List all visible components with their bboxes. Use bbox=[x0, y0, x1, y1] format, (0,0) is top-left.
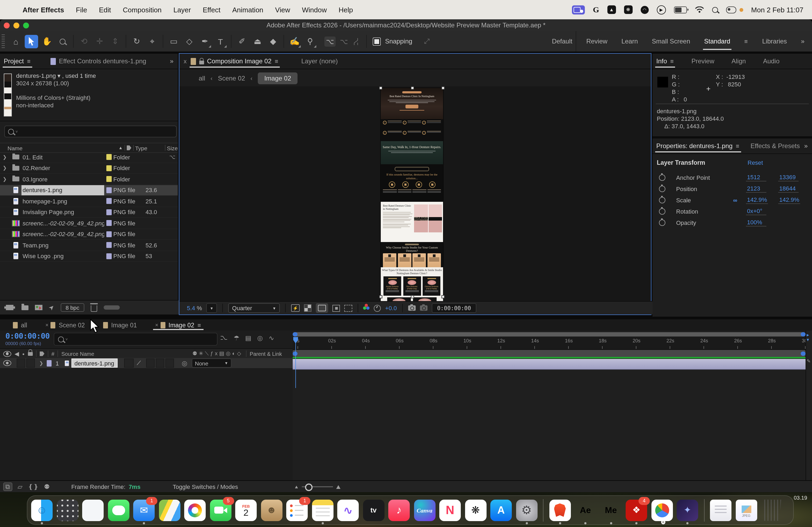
menu-edit[interactable]: Edit bbox=[99, 6, 111, 14]
transparency-grid-icon[interactable] bbox=[304, 304, 311, 312]
workspace-libraries[interactable]: Libraries bbox=[762, 31, 787, 51]
selection-tool[interactable] bbox=[25, 35, 38, 48]
timeline-zoom-slider[interactable] bbox=[294, 485, 340, 488]
render-rocket-icon[interactable]: ➤ bbox=[47, 303, 56, 312]
panel-menu-icon[interactable]: ≡ bbox=[275, 58, 279, 64]
row-label-swatch[interactable] bbox=[104, 165, 113, 171]
brush-tool[interactable]: ✐ bbox=[235, 35, 249, 48]
comp-timecode[interactable]: 0:00:00:00 bbox=[432, 303, 476, 313]
pan-behind-anchor-tool[interactable]: ⌖ bbox=[146, 35, 159, 48]
menu-window[interactable]: Window bbox=[302, 6, 327, 14]
dock-contacts[interactable]: ☻ bbox=[261, 499, 282, 521]
dock-mediaencoder[interactable]: Me bbox=[600, 499, 622, 521]
resolution-dropdown[interactable]: Quarter▼ bbox=[228, 303, 280, 313]
row-label-swatch[interactable] bbox=[104, 253, 113, 259]
graph-editor-icon[interactable]: ∿ bbox=[269, 334, 274, 342]
work-area-bar[interactable] bbox=[293, 350, 806, 357]
roto-brush-tool[interactable]: ✍◢ bbox=[288, 35, 301, 48]
timeline-tab-image-01[interactable]: Image 01 bbox=[98, 319, 142, 331]
property-value[interactable]: 13369 bbox=[778, 174, 799, 181]
tag-column-icon[interactable] bbox=[127, 146, 131, 150]
layer-name-field[interactable]: dentures-1.png bbox=[71, 359, 117, 367]
row-name[interactable]: screenc...-02-02-09_49_42.png bbox=[21, 229, 104, 239]
panel-overflow-icon[interactable]: » bbox=[804, 142, 812, 150]
pan-camera-tool[interactable]: ✛ bbox=[93, 35, 106, 48]
breadcrumb-current[interactable]: Image 02 bbox=[258, 72, 298, 84]
composition-mini-flowchart-icon[interactable]: ⌥ bbox=[220, 334, 228, 342]
menu-animation[interactable]: Animation bbox=[232, 6, 263, 14]
adobe-app-icon[interactable]: ▲ bbox=[607, 5, 616, 14]
toggle-switches-modes-button[interactable]: Toggle Switches / Modes bbox=[173, 483, 238, 490]
close-tab-icon[interactable]: × bbox=[155, 322, 158, 328]
menu-bar-clock[interactable]: Mon 2 Feb 11:07 bbox=[751, 6, 803, 14]
dock-gemini[interactable]: ✦ bbox=[677, 499, 698, 521]
dock-aftereffects[interactable]: Ae bbox=[575, 499, 596, 521]
panel-menu-icon[interactable]: ≡ bbox=[27, 58, 31, 64]
creative-cloud-icon[interactable]: ◠ bbox=[640, 6, 649, 14]
snap-along-edges-icon[interactable]: ⌥ bbox=[324, 36, 336, 46]
eraser-tool[interactable]: ◆ bbox=[266, 35, 280, 48]
dock-messages[interactable] bbox=[108, 499, 129, 521]
dock-mail[interactable]: ✉1 bbox=[133, 499, 155, 521]
tab-effect-controls[interactable]: Effect Controls dentures-1.png bbox=[47, 54, 150, 69]
project-row[interactable]: ❯03.IgnoreFolder bbox=[0, 174, 178, 185]
dock-canva[interactable]: Canva bbox=[414, 499, 435, 521]
column-name[interactable]: Name bbox=[8, 145, 23, 151]
breadcrumb-all[interactable]: all bbox=[199, 74, 205, 82]
show-snapshot-icon[interactable] bbox=[420, 305, 427, 311]
row-label-swatch[interactable] bbox=[104, 220, 113, 226]
lock-column-icon[interactable] bbox=[28, 352, 32, 356]
navigator-end-handle[interactable] bbox=[801, 332, 806, 336]
layer-collapse-cell[interactable] bbox=[124, 359, 133, 367]
property-value[interactable]: 142.9% bbox=[746, 196, 768, 204]
current-time-display[interactable]: 0:00:00:00 bbox=[5, 332, 50, 340]
comp-viewer[interactable]: Best Rated Denture Clinic In Nottingham … bbox=[179, 86, 651, 302]
row-label-swatch[interactable] bbox=[104, 209, 113, 215]
row-name[interactable]: dentures-1.png bbox=[21, 185, 104, 195]
layer-handle[interactable] bbox=[411, 86, 414, 90]
dock-appstore[interactable]: A bbox=[490, 499, 512, 521]
reset-exposure-icon[interactable] bbox=[374, 304, 381, 312]
layer-solo-cell[interactable] bbox=[26, 359, 35, 367]
row-label-swatch[interactable] bbox=[104, 154, 113, 160]
grid-guides-icon[interactable] bbox=[344, 304, 352, 312]
menu-help[interactable]: Help bbox=[338, 6, 353, 14]
row-expander[interactable]: ❯ bbox=[0, 166, 10, 171]
delete-icon[interactable] bbox=[91, 305, 97, 312]
timeline-tab-scene-02[interactable]: ×Scene 02 bbox=[40, 319, 90, 331]
zoom-in-icon[interactable] bbox=[336, 485, 340, 488]
type-tool[interactable]: T◢ bbox=[214, 35, 227, 48]
dock-settings[interactable]: ⚙ bbox=[516, 499, 537, 521]
workspace-menu-icon[interactable]: ≡ bbox=[744, 38, 748, 45]
stopwatch-icon[interactable] bbox=[659, 186, 665, 192]
layer-row[interactable]: ❯ 1 dentures-1.png ⟋ ◎ None▼ bbox=[0, 358, 293, 368]
brackets-icon[interactable]: ❴❵ bbox=[28, 483, 39, 491]
menu-view[interactable]: View bbox=[275, 6, 290, 14]
bit-depth-button[interactable]: 8 bpc bbox=[61, 303, 84, 312]
layer-quality-icon[interactable]: ⟋ bbox=[137, 360, 141, 366]
row-name[interactable]: 03.Ignore bbox=[21, 174, 104, 184]
tab-info[interactable]: Info≡ bbox=[653, 54, 678, 69]
footage-name[interactable]: dentures-1.png ▾ , used 1 time bbox=[16, 73, 96, 79]
reset-button[interactable]: Reset bbox=[748, 160, 763, 166]
project-search-input[interactable]: ˅ bbox=[4, 125, 177, 137]
hand-tool[interactable]: ✋ bbox=[40, 35, 54, 48]
label-column-icon[interactable] bbox=[40, 351, 44, 356]
dock-facetime[interactable]: 5 bbox=[210, 499, 231, 521]
project-row[interactable]: Team.pngPNG file52.6 bbox=[0, 240, 178, 251]
motion-blur-icon[interactable]: ◎ bbox=[257, 334, 263, 342]
row-expander[interactable]: ❯ bbox=[0, 177, 10, 182]
project-row[interactable]: screenc...-02-02-09_49_42.pngPNG file bbox=[0, 229, 178, 240]
breadcrumb-scene[interactable]: Scene 02 bbox=[218, 74, 245, 82]
tab-preview[interactable]: Preview bbox=[688, 54, 718, 69]
dock-launchpad[interactable] bbox=[57, 499, 78, 521]
parent-link-dropdown[interactable]: None▼ bbox=[192, 359, 231, 367]
workspace-default[interactable]: Default bbox=[552, 31, 572, 51]
timeline-tab-all[interactable]: all bbox=[8, 319, 32, 331]
dock-photos[interactable] bbox=[184, 499, 206, 521]
row-label-swatch[interactable] bbox=[104, 176, 113, 182]
dock-chrome[interactable] bbox=[651, 499, 673, 521]
interpret-footage-icon[interactable] bbox=[4, 305, 15, 310]
column-type[interactable]: Type bbox=[135, 145, 163, 151]
crossed-arrows-icon[interactable]: ⤢ bbox=[424, 37, 430, 46]
